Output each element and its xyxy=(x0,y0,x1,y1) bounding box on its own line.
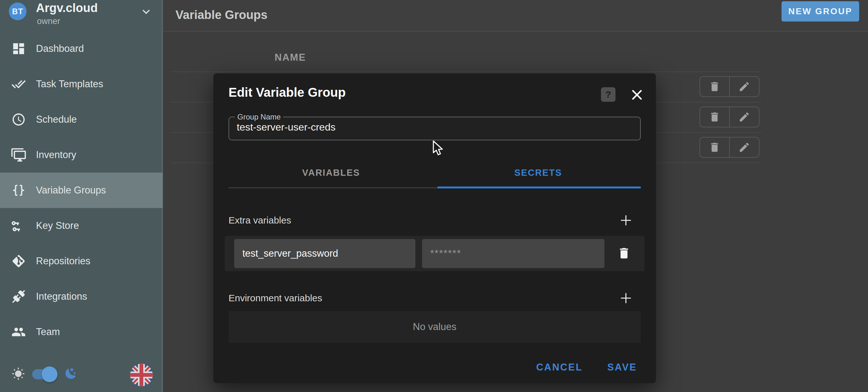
group-name-label: Group Name xyxy=(235,113,283,121)
tab-secrets[interactable]: SECRETS xyxy=(436,164,641,181)
sidebar-item-schedule[interactable]: Schedule xyxy=(0,102,163,137)
table-row-actions xyxy=(700,137,760,158)
extra-variables-title: Extra variables xyxy=(228,215,291,226)
keys-icon xyxy=(11,219,26,233)
toggle-thumb xyxy=(42,366,57,382)
add-environment-variable-button[interactable] xyxy=(619,291,633,305)
dashboard-icon xyxy=(11,41,26,56)
close-button[interactable] xyxy=(630,88,644,102)
sidebar: BT Argv.cloud owner Dashboard Task Templ… xyxy=(0,0,163,392)
sidebar-item-label: Task Templates xyxy=(36,78,103,90)
check-all-icon xyxy=(11,77,26,91)
dark-mode-toggle[interactable] xyxy=(32,369,57,380)
trash-icon xyxy=(709,81,721,93)
secret-name-input[interactable] xyxy=(234,239,415,268)
question-mark-icon: ? xyxy=(606,89,611,100)
dialog-title: Edit Variable Group xyxy=(228,85,346,100)
sidebar-item-label: Dashboard xyxy=(36,43,84,54)
avatar: BT xyxy=(9,2,27,20)
group-name-field[interactable]: Group Name xyxy=(228,113,641,140)
sidebar-item-label: Repositories xyxy=(36,255,90,267)
edit-button[interactable] xyxy=(729,77,759,96)
project-name: Argv.cloud xyxy=(36,1,98,15)
plug-connection-icon xyxy=(11,289,26,304)
sidebar-item-label: Variable Groups xyxy=(36,185,106,196)
page-title: Variable Groups xyxy=(176,8,267,22)
pencil-icon xyxy=(738,81,750,93)
moon-icon xyxy=(64,367,78,380)
tab-active-underline xyxy=(437,187,641,189)
delete-button[interactable] xyxy=(700,138,729,157)
new-group-button[interactable]: NEW GROUP xyxy=(781,1,859,22)
close-icon xyxy=(630,88,644,102)
table-row-actions xyxy=(700,76,760,97)
pencil-icon xyxy=(738,111,750,123)
trash-icon xyxy=(709,111,721,123)
save-button[interactable]: SAVE xyxy=(607,362,637,373)
edit-button[interactable] xyxy=(729,107,759,127)
sidebar-item-team[interactable]: Team xyxy=(0,314,163,349)
sidebar-item-inventory[interactable]: Inventory xyxy=(0,137,163,173)
secret-variable-row xyxy=(225,236,645,271)
cancel-button[interactable]: CANCEL xyxy=(536,362,583,373)
chevron-down-icon xyxy=(139,4,153,19)
table-row-actions xyxy=(700,107,760,128)
edit-button[interactable] xyxy=(729,138,759,157)
trash-icon xyxy=(709,141,721,153)
project-role: owner xyxy=(37,17,60,26)
sidebar-item-task-templates[interactable]: Task Templates xyxy=(0,66,163,102)
sidebar-item-variable-groups[interactable]: Variable Groups xyxy=(0,173,163,208)
no-values-placeholder: No values xyxy=(228,311,641,343)
sun-icon xyxy=(12,367,25,381)
page-header: Variable Groups NEW GROUP xyxy=(163,0,868,32)
delete-secret-button[interactable] xyxy=(617,246,631,260)
add-extra-variable-button[interactable] xyxy=(619,213,633,228)
sidebar-item-label: Key Store xyxy=(36,220,79,231)
delete-button[interactable] xyxy=(700,77,729,96)
help-button[interactable]: ? xyxy=(601,87,616,102)
sidebar-item-label: Inventory xyxy=(36,149,76,161)
plus-icon xyxy=(619,291,633,305)
delete-button[interactable] xyxy=(700,107,729,127)
sidebar-item-integrations[interactable]: Integrations xyxy=(0,279,163,314)
sidebar-item-repositories[interactable]: Repositories xyxy=(0,244,163,279)
sidebar-item-label: Schedule xyxy=(36,114,77,125)
tab-variables[interactable]: VARIABLES xyxy=(228,164,434,181)
pencil-icon xyxy=(738,141,750,153)
braces-icon xyxy=(11,183,26,198)
environment-variables-title: Environment variables xyxy=(228,293,322,304)
dialog-actions: CANCEL SAVE xyxy=(228,357,641,377)
sidebar-item-label: Team xyxy=(36,326,60,338)
app-root: BT Argv.cloud owner Dashboard Task Templ… xyxy=(0,0,868,392)
sidebar-item-dashboard[interactable]: Dashboard xyxy=(0,31,163,66)
sidebar-item-key-store[interactable]: Key Store xyxy=(0,208,163,244)
sidebar-item-label: Integrations xyxy=(36,291,87,302)
group-name-input[interactable] xyxy=(229,121,621,137)
project-switcher[interactable]: BT Argv.cloud owner xyxy=(0,0,163,32)
team-icon xyxy=(11,325,26,339)
secret-value-input[interactable] xyxy=(422,239,604,268)
table-row-divider xyxy=(170,72,761,72)
git-icon xyxy=(11,254,26,269)
table-column-name: NAME xyxy=(275,52,306,63)
uk-flag-language-button[interactable] xyxy=(130,364,153,386)
trash-icon xyxy=(617,246,631,260)
clock-icon xyxy=(11,112,26,127)
edit-variable-group-dialog: Edit Variable Group ? Group Name VARIABL… xyxy=(213,73,656,383)
plus-icon xyxy=(619,213,633,228)
monitor-icon xyxy=(11,148,26,162)
